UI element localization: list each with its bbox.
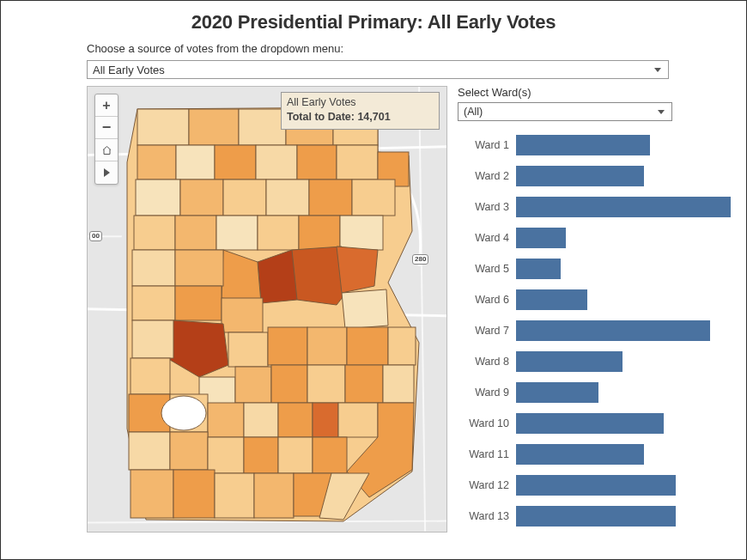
bar-track xyxy=(516,166,736,186)
svg-rect-53 xyxy=(338,403,378,437)
zoom-out-button[interactable]: − xyxy=(95,117,118,139)
bar-label: Ward 10 xyxy=(458,417,516,429)
svg-rect-60 xyxy=(131,470,173,518)
bar-label: Ward 2 xyxy=(458,170,516,182)
svg-rect-24 xyxy=(175,216,216,250)
ward-dropdown[interactable]: (All) xyxy=(458,102,672,121)
svg-rect-50 xyxy=(244,403,278,437)
bar-label: Ward 7 xyxy=(458,325,516,337)
svg-rect-29 xyxy=(132,250,175,286)
minus-icon: − xyxy=(102,119,112,137)
bar-fill xyxy=(516,259,561,279)
bar-row[interactable]: Ward 12 xyxy=(458,470,736,501)
bar-label: Ward 11 xyxy=(458,448,516,460)
bar-label: Ward 3 xyxy=(458,201,516,213)
source-dropdown[interactable]: All Early Votes xyxy=(87,60,669,79)
svg-rect-12 xyxy=(215,145,256,180)
bar-row[interactable]: Ward 1 xyxy=(458,130,736,161)
info-line1: All Early Votes xyxy=(287,95,434,110)
bar-label: Ward 9 xyxy=(458,387,516,399)
bar-label: Ward 8 xyxy=(458,356,516,368)
bar-track xyxy=(516,259,736,279)
bar-row[interactable]: Ward 10 xyxy=(458,408,736,439)
svg-rect-57 xyxy=(244,437,278,473)
svg-rect-52 xyxy=(313,403,338,437)
home-icon xyxy=(101,145,112,155)
svg-rect-5 xyxy=(137,109,189,145)
source-prompt: Choose a source of votes from the dropdo… xyxy=(1,39,746,58)
svg-rect-62 xyxy=(215,473,254,518)
pan-button[interactable] xyxy=(95,161,118,184)
svg-rect-37 xyxy=(307,327,347,365)
bar-row[interactable]: Ward 7 xyxy=(458,315,736,346)
bar-track xyxy=(516,475,736,496)
bar-track xyxy=(516,382,736,403)
svg-rect-26 xyxy=(258,216,299,250)
bar-fill xyxy=(516,351,622,372)
bar-label: Ward 13 xyxy=(458,510,516,522)
svg-rect-49 xyxy=(208,403,244,437)
bar-row[interactable]: Ward 11 xyxy=(458,439,736,470)
select-wards-label: Select Ward(s) xyxy=(458,86,736,99)
bar-fill xyxy=(516,506,676,527)
map-info-box: All Early Votes Total to Date: 14,701 xyxy=(281,92,440,130)
svg-rect-21 xyxy=(309,180,352,216)
svg-rect-38 xyxy=(347,327,388,365)
content-row: 00 280 xyxy=(1,86,746,533)
svg-rect-36 xyxy=(268,327,307,365)
bar-fill xyxy=(516,382,598,403)
svg-rect-17 xyxy=(136,180,180,216)
bar-fill xyxy=(516,444,644,465)
bar-row[interactable]: Ward 2 xyxy=(458,161,736,192)
info-line2: Total to Date: 14,701 xyxy=(287,110,434,125)
svg-rect-31 xyxy=(132,286,175,320)
bar-track xyxy=(516,228,736,248)
svg-rect-35 xyxy=(228,332,268,367)
chevron-down-icon xyxy=(658,110,665,114)
ward-bar-chart: Ward 1Ward 2Ward 3Ward 4Ward 5Ward 6Ward… xyxy=(458,130,736,532)
svg-point-65 xyxy=(161,396,206,430)
chevron-down-icon xyxy=(654,68,661,72)
bar-fill xyxy=(516,320,710,341)
svg-rect-43 xyxy=(271,365,307,403)
bar-row[interactable]: Ward 13 xyxy=(458,501,736,532)
svg-rect-20 xyxy=(266,180,309,216)
svg-rect-32 xyxy=(175,286,222,320)
svg-rect-13 xyxy=(256,145,297,180)
svg-rect-15 xyxy=(337,145,378,180)
page-title: 2020 Presidential Primary: All Early Vot… xyxy=(1,1,746,39)
bar-row[interactable]: Ward 5 xyxy=(458,253,736,284)
svg-rect-25 xyxy=(216,216,258,250)
svg-rect-14 xyxy=(297,145,337,180)
bar-row[interactable]: Ward 3 xyxy=(458,192,736,222)
bar-row[interactable]: Ward 8 xyxy=(458,346,736,377)
svg-rect-7 xyxy=(239,109,286,145)
bar-row[interactable]: Ward 9 xyxy=(458,377,736,408)
choropleth-map[interactable] xyxy=(120,102,422,527)
svg-rect-28 xyxy=(340,216,383,250)
bar-row[interactable]: Ward 6 xyxy=(458,284,736,315)
svg-rect-42 xyxy=(235,367,271,403)
bar-track xyxy=(516,320,736,341)
bar-track xyxy=(516,197,736,217)
bar-track xyxy=(516,351,736,372)
svg-rect-18 xyxy=(180,180,223,216)
svg-rect-23 xyxy=(134,216,175,250)
bar-row[interactable]: Ward 4 xyxy=(458,222,736,253)
bar-track xyxy=(516,413,736,434)
ward-dropdown-value: (All) xyxy=(464,106,483,118)
play-icon xyxy=(104,168,110,177)
svg-rect-39 xyxy=(388,327,416,365)
map-panel[interactable]: 00 280 xyxy=(87,86,447,533)
route-shield: 00 xyxy=(89,231,102,241)
svg-rect-27 xyxy=(299,216,340,250)
svg-rect-46 xyxy=(383,365,414,403)
bar-fill xyxy=(516,197,731,217)
bar-fill xyxy=(516,475,676,496)
svg-rect-22 xyxy=(352,180,395,216)
home-button[interactable] xyxy=(95,139,118,161)
zoom-in-button[interactable]: + xyxy=(95,94,118,117)
bar-fill xyxy=(516,289,587,310)
bar-label: Ward 12 xyxy=(458,479,516,491)
svg-rect-40 xyxy=(131,358,170,394)
